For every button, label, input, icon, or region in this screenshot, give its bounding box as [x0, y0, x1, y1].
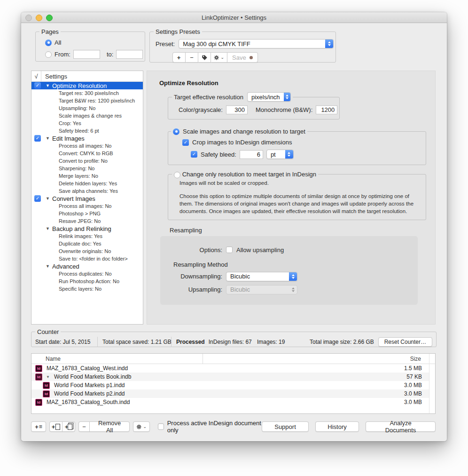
change-resolution-description: Choose this option to optimize multiple … [179, 192, 417, 215]
tree-item-row[interactable]: Upsampling: No [31, 104, 143, 112]
tree-item-row[interactable]: Resave JPEG: No [31, 217, 143, 225]
scale-images-radio[interactable] [173, 128, 179, 135]
table-row[interactable]: IdWorld Food Markets p2.indd3.0 MB [31, 389, 429, 398]
tree-item-label: Process duplicates: No [59, 271, 112, 277]
color-grayscale-input[interactable] [226, 105, 248, 114]
tree-section-row[interactable]: ▼Advanced [31, 262, 143, 270]
support-button[interactable]: Support [262, 421, 309, 432]
disclosure-triangle-icon[interactable]: ▼ [46, 196, 51, 201]
tree-section-row[interactable]: ✓▼Convert Images [31, 195, 143, 202]
monochrome-input[interactable] [316, 105, 337, 114]
analyze-documents-button[interactable]: Analyze Documents [366, 421, 436, 432]
table-row[interactable]: Id▼World Food Markets Book.indb57 KB [31, 373, 429, 381]
tree-section-row[interactable]: ✓▼Edit Images [31, 135, 143, 142]
tree-item-row[interactable]: Overwrite originals: No [31, 247, 143, 255]
settings-tree: √ Settings ✓▼Optimize ResolutionTarget r… [31, 71, 143, 325]
process-active-checkbox[interactable] [158, 423, 164, 430]
tree-item-row[interactable]: Save to: <folder in doc folder> [31, 255, 143, 262]
tree-section-checkbox[interactable]: ✓ [34, 82, 41, 89]
table-row[interactable]: IdMAZ_16783_Catalog_South.indd3.0 MB [31, 398, 429, 406]
pages-legend: Pages [39, 28, 61, 35]
tree-item-row[interactable]: Merge layers: No [31, 172, 143, 180]
safety-bleed-checkbox[interactable]: ✓ [191, 151, 197, 158]
file-name: MAZ_16783_Catalog_West.indd [47, 365, 128, 372]
name-column-header[interactable]: Name [31, 356, 61, 362]
tree-item-row[interactable]: Save alpha channels: Yes [31, 187, 143, 195]
minimize-window-icon[interactable] [36, 15, 42, 21]
tree-section-checkbox[interactable]: ✓ [34, 195, 41, 202]
file-size: 3.0 MB [404, 399, 422, 405]
tree-item-row[interactable]: Sharpening: No [31, 165, 143, 172]
tree-item-row[interactable]: Scale images & change res [31, 112, 143, 119]
downsampling-select[interactable]: Bicubic [226, 272, 297, 281]
title-bar[interactable]: LinkOptimizer • Settings [21, 12, 447, 23]
disclosure-triangle-icon[interactable]: ▼ [46, 136, 51, 141]
bleed-unit-value: pt [267, 151, 285, 158]
preset-save-button[interactable]: Save [227, 52, 258, 63]
table-row[interactable]: IdWorld Food Markets p1.indd3.0 MB [31, 381, 429, 389]
scrollbar-gutter [429, 354, 429, 413]
tree-item-row[interactable]: Delete hidden layers: Yes [31, 180, 143, 187]
disclosure-triangle-icon[interactable]: ▼ [46, 264, 51, 269]
resampling-box: Options: Allow upsampling Resampling Met… [160, 236, 418, 305]
reset-counter-button[interactable]: Reset Counter… [378, 337, 432, 347]
crop-checkbox[interactable]: ✓ [182, 139, 189, 146]
tree-section-checkbox[interactable]: ✓ [34, 135, 41, 142]
tree-item-row[interactable]: Process all images: No [31, 142, 143, 150]
footer-gear-group: ⌄ [133, 421, 150, 432]
check-icon: ✓ [36, 83, 39, 88]
bleed-unit-select[interactable]: pt [266, 150, 294, 159]
tree-section-row[interactable]: ▼Backup and Relinking [31, 225, 143, 232]
disclosure-triangle-icon[interactable]: ▼ [46, 375, 50, 379]
minus-icon: − [82, 423, 86, 430]
tree-item-row[interactable]: Process all images: No [31, 202, 143, 210]
add-list-button[interactable]: +≡ [31, 421, 46, 432]
add-document-button[interactable]: + [49, 421, 62, 432]
pages-all-radio[interactable] [45, 40, 52, 46]
tree-item-row[interactable]: Safety bleed: 6 pt [31, 127, 143, 135]
pages-from-radio[interactable] [45, 51, 52, 58]
history-button[interactable]: History [315, 421, 359, 432]
column-divider[interactable] [203, 354, 203, 364]
resolution-unit-select[interactable]: pixels/inch [247, 92, 291, 102]
tree-item-row[interactable]: Process duplicates: No [31, 270, 143, 278]
tree-item-row[interactable]: Specific layers: No [31, 285, 143, 293]
tree-item-row[interactable]: Relink images: Yes [31, 232, 143, 240]
safety-bleed-input[interactable] [240, 150, 263, 159]
tree-header-check: √ [31, 73, 41, 80]
tree-item-row[interactable]: Duplicate doc: Yes [31, 240, 143, 247]
allow-upsampling-checkbox[interactable] [226, 246, 233, 253]
preset-add-button[interactable]: + [172, 52, 186, 63]
tree-item-row[interactable]: Crop: Yes [31, 119, 143, 127]
change-resolution-radio[interactable] [174, 172, 180, 178]
tree-item-row[interactable]: Convert to profile: No [31, 157, 143, 165]
tree-item-label: Crop: Yes [59, 120, 81, 126]
size-column-header[interactable]: Size [410, 356, 421, 362]
pages-from-input[interactable] [73, 50, 100, 59]
add-documents-button[interactable]: + [62, 421, 75, 432]
table-row[interactable]: IdMAZ_16783_Catalog_West.indd1.5 MB [31, 364, 429, 373]
tree-section-row[interactable]: ✓▼Optimize Resolution [31, 82, 143, 89]
preset-tag-button[interactable] [198, 52, 211, 63]
preset-gear-button[interactable]: ⌄ [211, 52, 227, 63]
tree-item-row[interactable]: Photoshop > PNG [31, 210, 143, 217]
tree-item-row[interactable]: Target B&W res: 1200 pixels/inch [31, 97, 143, 104]
tree-item-row[interactable]: Run Photoshop Action: No [31, 278, 143, 285]
zoom-window-icon[interactable] [46, 15, 53, 21]
tree-item-label: Target res: 300 pixels/inch [59, 90, 119, 96]
check-icon: ✓ [36, 196, 39, 201]
tree-item-row[interactable]: Convert: CMYK to RGB [31, 150, 143, 157]
add-documents-group: + + [49, 421, 75, 432]
footer-gear-button[interactable]: ⌄ [133, 421, 150, 432]
close-window-icon[interactable] [25, 15, 32, 21]
remove-button[interactable]: − [78, 421, 90, 432]
tree-section-checkbox-slot: ✓ [34, 135, 41, 142]
pages-to-input[interactable] [116, 50, 143, 59]
disclosure-triangle-icon[interactable]: ▼ [46, 226, 51, 231]
disclosure-triangle-icon[interactable]: ▼ [46, 83, 51, 88]
remove-all-button[interactable]: Remove All [89, 421, 130, 432]
tree-item-row[interactable]: Target res: 300 pixels/inch [31, 89, 143, 97]
preset-remove-button[interactable]: − [185, 52, 198, 63]
preset-select[interactable]: Mag 300 dpi CMYK TIFF [179, 39, 334, 48]
settings-presets-group: Settings Presets Preset: Mag 300 dpi CMY… [149, 28, 336, 63]
